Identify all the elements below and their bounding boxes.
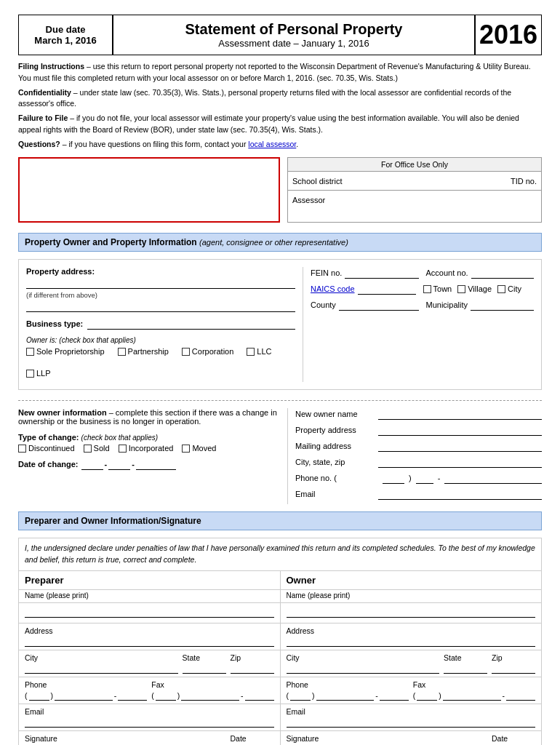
owner-phone-num[interactable] [316, 690, 375, 701]
owner-name-underline[interactable] [287, 607, 536, 618]
owner-state-input[interactable] [444, 664, 487, 674]
new-property-address-input[interactable] [378, 424, 542, 436]
property-right-col: FEIN no. Account no. NAICS code Town [303, 267, 534, 382]
preparer-sig-date: Signature Date - [25, 734, 274, 745]
corporation-label: Corporation [192, 347, 233, 356]
incorporated-cb-icon[interactable] [119, 445, 127, 453]
owner-address-input[interactable] [287, 637, 536, 647]
discontinued-cb-icon[interactable] [18, 445, 26, 453]
corporation-cb-icon[interactable] [182, 348, 190, 356]
date-month[interactable] [81, 458, 103, 470]
incorporated-label: Incorporated [129, 444, 174, 453]
moved-cb-icon[interactable] [182, 445, 190, 453]
owner-fax-dash: - [503, 691, 505, 700]
village-checkbox[interactable]: Village [457, 284, 492, 293]
owner-phone-ext[interactable] [380, 690, 409, 701]
failure-instructions: Failure to File – if you do not file, yo… [18, 113, 542, 136]
prep-fax-area[interactable] [156, 690, 176, 701]
owner-phone-fax: Phone ( ) - Fax ( [287, 680, 536, 701]
sold-checkbox[interactable]: Sold [84, 444, 110, 453]
phone-area-input[interactable] [383, 472, 404, 484]
sold-cb-icon[interactable] [84, 445, 92, 453]
naics-cell: NAICS code [311, 283, 416, 295]
due-date-label: Due date [26, 24, 105, 35]
date-change-fields[interactable]: - - [81, 458, 176, 470]
city-checkbox[interactable]: City [497, 284, 521, 293]
town-label: Town [433, 284, 452, 293]
town-checkbox[interactable]: Town [423, 284, 452, 293]
preparer-address-input[interactable] [25, 637, 274, 647]
type-change-checkboxes: Discontinued Sold Incorporated Moved [18, 444, 280, 453]
address-input-box[interactable] [18, 157, 280, 223]
llp-checkbox[interactable]: LLP [26, 369, 51, 378]
city-state-zip-input[interactable] [378, 456, 542, 468]
mailing-address-input[interactable] [378, 440, 542, 452]
date-year[interactable] [136, 458, 176, 470]
owner-name-field[interactable] [281, 603, 542, 624]
owner-city-label: City [287, 653, 300, 662]
prep-phone-area[interactable] [29, 690, 49, 701]
owner-fax-ext[interactable] [506, 690, 535, 701]
prep-fax-num[interactable] [181, 690, 239, 701]
owner-email-input[interactable] [287, 717, 536, 728]
owner-zip-label: Zip [492, 653, 503, 662]
owner-date-part: Date - [492, 734, 535, 745]
llc-checkbox[interactable]: LLC [247, 347, 271, 356]
email-label: Email [295, 490, 375, 498]
preparer-zip-input[interactable] [231, 664, 274, 674]
preparer-email-input[interactable] [25, 717, 274, 728]
preparer-name-field[interactable] [19, 603, 280, 624]
email-input[interactable] [378, 488, 542, 500]
preparer-address-label: Address [25, 626, 53, 635]
owner-zip-input[interactable] [492, 664, 535, 674]
sole-prop-cb-icon[interactable] [26, 348, 34, 356]
preparer-state-input[interactable] [183, 664, 226, 674]
fein-cell: FEIN no. [311, 267, 419, 279]
city-label: City [508, 284, 521, 293]
discontinued-checkbox[interactable]: Discontinued [18, 444, 75, 453]
partnership-checkbox[interactable]: Partnership [118, 347, 169, 356]
town-cb-icon[interactable] [423, 285, 431, 293]
preparer-disclaimer: I, the undersigned declare under penalti… [19, 538, 541, 571]
phone-prefix-input[interactable] [416, 472, 433, 484]
naics-link[interactable]: NAICS code [311, 284, 355, 293]
phone-number-input[interactable] [444, 472, 542, 484]
llc-label: LLC [257, 347, 271, 356]
preparer-sig-part: Signature [25, 734, 226, 745]
preparer-phone-part: Phone ( ) - [25, 680, 147, 701]
llp-cb-icon[interactable] [26, 370, 34, 378]
property-section-subtitle: (agent, consignee or other representativ… [199, 238, 348, 247]
preparer-phone-label: Phone [25, 680, 47, 689]
location-type-checkboxes: Town Village City [423, 284, 521, 293]
prep-phone-ext[interactable] [118, 690, 147, 701]
partnership-cb-icon[interactable] [118, 348, 126, 356]
llc-cb-icon[interactable] [247, 348, 255, 356]
city-cb-icon[interactable] [497, 285, 505, 293]
date-day[interactable] [108, 458, 130, 470]
owner-fax-area[interactable] [417, 690, 437, 701]
preparer-name-underline[interactable] [25, 607, 274, 618]
preparer-city-input[interactable] [25, 664, 178, 674]
village-label: Village [468, 284, 492, 293]
phone-close: ) [51, 691, 54, 700]
owner-city-input[interactable] [287, 664, 440, 674]
village-cb-icon[interactable] [457, 285, 465, 293]
owner-fax-num[interactable] [443, 690, 501, 701]
preparer-col-header: Preparer [19, 571, 280, 590]
owner-phone-area[interactable] [290, 690, 311, 701]
moved-checkbox[interactable]: Moved [182, 444, 216, 453]
prep-phone-num[interactable] [55, 690, 113, 701]
phone-dash: - [114, 691, 117, 700]
prep-fax-ext[interactable] [245, 690, 274, 701]
county-label: County [311, 300, 336, 309]
date-of-change-row: Date of change: - - [18, 458, 280, 470]
sole-proprietorship-checkbox[interactable]: Sole Proprietorship [26, 347, 105, 356]
corporation-checkbox[interactable]: Corporation [182, 347, 233, 356]
preparer-fax-part: Fax ( ) - [151, 680, 273, 701]
incorporated-checkbox[interactable]: Incorporated [119, 444, 174, 453]
preparer-name-subheader: Name (please print) [19, 590, 280, 603]
type-change-text: Type of change: [18, 433, 79, 442]
new-owner-name-input[interactable] [378, 408, 542, 420]
city-state-zip-row: City, state, zip [295, 456, 542, 468]
local-assessor-link[interactable]: local assessor [248, 140, 296, 148]
